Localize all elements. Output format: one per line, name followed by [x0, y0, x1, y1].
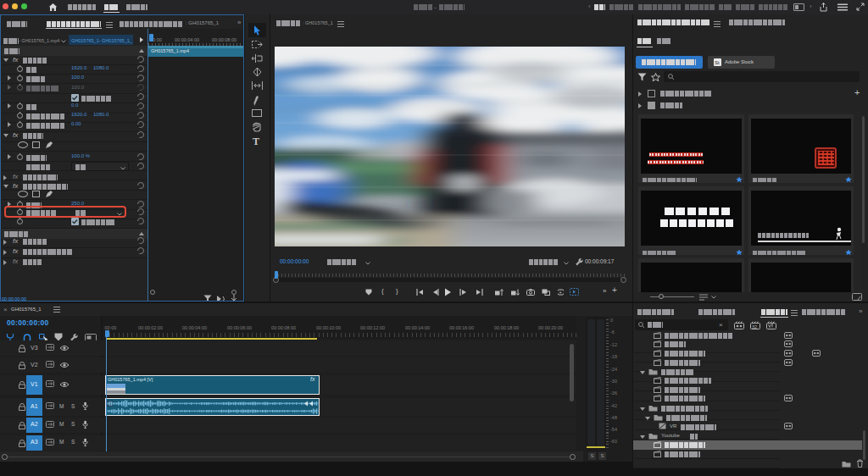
svg-text:32: 32: [752, 324, 757, 329]
